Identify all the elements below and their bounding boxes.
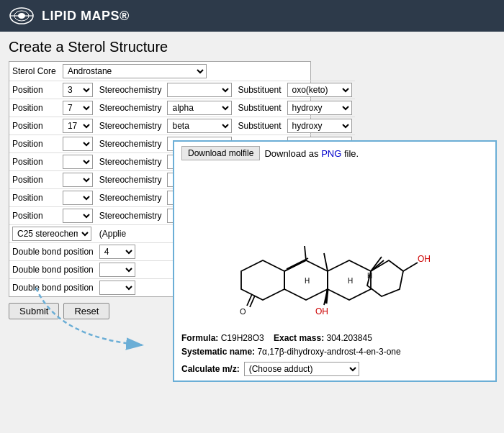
- download-bar: Download molfile Download as PNG file.: [181, 146, 488, 160]
- position-select-2[interactable]: 7: [63, 101, 93, 115]
- substituent-label: Substituent: [235, 99, 284, 117]
- double-bond-label-1: Double bond position: [9, 243, 96, 261]
- svg-line-18: [305, 246, 306, 260]
- position-label: Position: [9, 99, 60, 117]
- substituent-select-1[interactable]: oxo(keto): [287, 83, 352, 97]
- sterol-core-select[interactable]: Androstane: [63, 64, 207, 78]
- position-label: Position: [9, 189, 60, 207]
- svg-line-9: [284, 260, 306, 271]
- stereo-label: Stereochemistry: [96, 81, 165, 99]
- systematic-name-value: 7α,17β-dihydroxy-androst-4-en-3-one: [257, 347, 400, 357]
- svg-line-13: [403, 263, 418, 271]
- double-bond-select-3[interactable]: [99, 281, 135, 295]
- download-png-text: Download as PNG file.: [264, 148, 359, 159]
- calculate-label: Calculate m/z:: [181, 364, 240, 374]
- formula-label: Formula:: [181, 333, 218, 343]
- stereo-label: Stereochemistry: [96, 117, 165, 135]
- calculate-adduct-select[interactable]: (Choose adduct): [244, 362, 359, 376]
- stereo-label: Stereochemistry: [96, 189, 165, 207]
- substituent-select-2[interactable]: hydroxy: [287, 101, 352, 115]
- stereo-label: Stereochemistry: [96, 135, 165, 153]
- position-label: Position: [9, 153, 60, 171]
- page-title: Create a Sterol Structure: [9, 39, 495, 55]
- position-label: Position: [9, 117, 60, 135]
- position-row-2: Position 7 Stereochemistry alpha Substit…: [9, 99, 355, 117]
- ketone-o-label: O: [240, 307, 246, 316]
- stereo-label: Stereochemistry: [96, 207, 165, 225]
- molecule-info: Formula: C19H28O3 Exact mass: 304.203845…: [181, 332, 488, 359]
- reset-button[interactable]: Reset: [63, 303, 109, 319]
- position-select-5[interactable]: [63, 155, 93, 169]
- double-bond-label-2: Double bond position: [9, 261, 96, 279]
- molecule-svg-area: O OH OH H H H: [181, 163, 488, 329]
- sterol-core-row: Sterol Core Androstane: [9, 62, 355, 81]
- position-select-3[interactable]: 17: [63, 119, 93, 133]
- stereo-label: Stereochemistry: [96, 99, 165, 117]
- position-label: Position: [9, 135, 60, 153]
- systematic-name-label: Systematic name:: [181, 347, 255, 357]
- h-label-1: H: [305, 277, 310, 285]
- h-label-3: H: [367, 272, 372, 280]
- c25-stereo-select[interactable]: C25 stereochemistry: [12, 227, 91, 241]
- position-select-7[interactable]: [63, 191, 93, 205]
- position-select-8[interactable]: [63, 209, 93, 223]
- stereo-select-2[interactable]: alpha: [167, 101, 232, 115]
- exact-mass-label: Exact mass:: [274, 333, 324, 343]
- calculate-row: Calculate m/z: (Choose adduct): [181, 362, 488, 376]
- position-label: Position: [9, 207, 60, 225]
- stereo-select-1[interactable]: [167, 83, 232, 97]
- molecule-panel: Download molfile Download as PNG file. O: [173, 140, 497, 382]
- svg-marker-5: [241, 260, 284, 300]
- download-png-link[interactable]: PNG: [321, 148, 341, 159]
- download-molfile-button[interactable]: Download molfile: [181, 146, 260, 160]
- position-select-4[interactable]: [63, 137, 93, 151]
- svg-line-17: [324, 253, 328, 271]
- lipid-maps-logo: [9, 6, 35, 26]
- svg-line-10: [287, 258, 308, 269]
- substituent-select-3[interactable]: hydroxy: [287, 119, 352, 133]
- svg-marker-12: [367, 260, 403, 296]
- position-row-1: Position 3 Stereochemistry Substituent o…: [9, 81, 355, 99]
- svg-line-15: [326, 289, 328, 304]
- oh-17-label: OH: [418, 254, 431, 264]
- position-select-6[interactable]: [63, 173, 93, 187]
- position-label: Position: [9, 81, 60, 99]
- molecule-structure: O OH OH H H H: [198, 167, 472, 325]
- systematic-name-line: Systematic name: 7α,17β-dihydroxy-andros…: [181, 345, 488, 359]
- stereo-select-3[interactable]: beta: [167, 119, 232, 133]
- position-select-1[interactable]: 3: [63, 83, 93, 97]
- double-bond-label-3: Double bond position: [9, 279, 96, 297]
- stereo-label: Stereochemistry: [96, 171, 165, 189]
- formula-line: Formula: C19H28O3 Exact mass: 304.203845: [181, 332, 488, 345]
- double-bond-select-2[interactable]: [99, 263, 135, 277]
- formula-value: C19H28O3: [221, 333, 264, 343]
- app-title: LIPID MAPS®: [42, 9, 130, 24]
- position-label: Position: [9, 171, 60, 189]
- substituent-label: Substituent: [235, 117, 284, 135]
- position-row-3: Position 17 Stereochemistry beta Substit…: [9, 117, 355, 135]
- submit-button[interactable]: Submit: [9, 303, 59, 319]
- header: LIPID MAPS®: [0, 0, 504, 32]
- double-bond-select-1[interactable]: 4: [99, 245, 135, 259]
- oh-7-label: OH: [315, 306, 328, 316]
- exact-mass-value: 304.203845: [326, 333, 372, 343]
- sterol-core-label: Sterol Core: [9, 62, 60, 81]
- substituent-label: Substituent: [235, 81, 284, 99]
- stereo-label: Stereochemistry: [96, 153, 165, 171]
- h-label-2: H: [348, 277, 353, 285]
